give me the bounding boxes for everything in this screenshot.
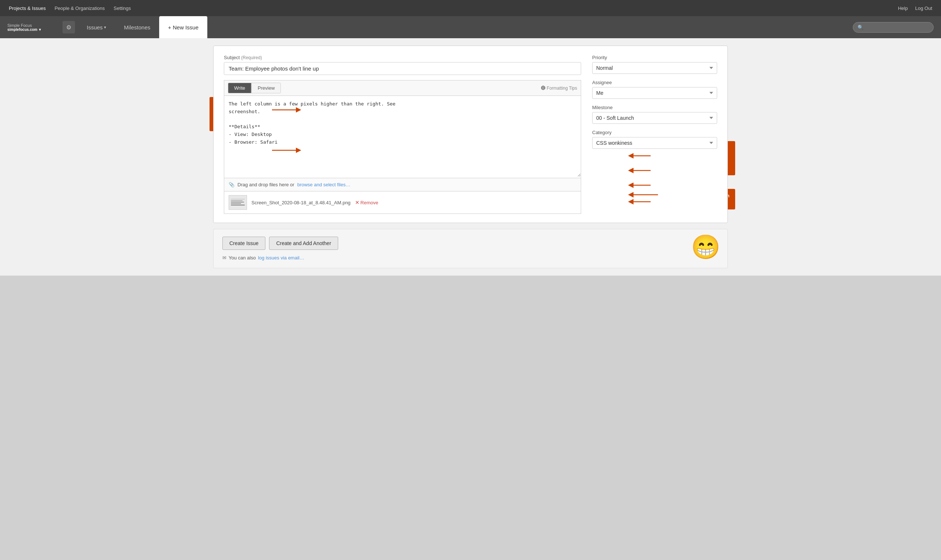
tab-new-issue[interactable]: + New Issue — [159, 16, 207, 38]
milestone-field: Milestone 00 - Soft Launch 01 - Beta 02 … — [592, 105, 717, 124]
brand-area: Simple Focus simplefocus.com ▾ — [7, 23, 55, 32]
assignee-select[interactable]: Me Unassigned — [592, 87, 717, 99]
log-via-email-link[interactable]: log issues via email… — [258, 255, 304, 260]
smiley-emoji: 😁 — [691, 233, 721, 261]
editor-tabs: Write Preview ⓿ Formatting Tips — [224, 80, 581, 96]
tab-milestones-label: Milestones — [124, 24, 150, 31]
domain-name[interactable]: simplefocus.com ▾ — [7, 28, 55, 32]
search-area — [853, 22, 934, 33]
milestone-select[interactable]: 00 - Soft Launch 01 - Beta 02 - Launch — [592, 112, 717, 124]
editor-section: Write Preview ⓿ Formatting Tips The left… — [224, 80, 581, 214]
write-tab-button[interactable]: Write — [228, 83, 251, 93]
chevron-down-icon: ▾ — [104, 25, 106, 30]
tab-issues-label: Issues — [87, 24, 103, 31]
mail-icon: ✉ — [222, 255, 226, 260]
page-wrap: Detailed subject and description, using … — [0, 38, 941, 275]
tab-issues[interactable]: Issues ▾ — [78, 16, 115, 38]
create-and-add-button[interactable]: Create and Add Another — [269, 237, 338, 250]
email-pre-text: You can also — [229, 255, 256, 260]
nav-people-orgs[interactable]: People & Organizations — [54, 6, 105, 11]
email-note: ✉ You can also log issues via email… — [222, 255, 719, 260]
company-name: Simple Focus — [7, 23, 55, 28]
file-name: Screen_Shot_2020-08-18_at_8.48.41_AM.png — [251, 200, 351, 205]
dropdown-arrow-icon: ▾ — [39, 28, 41, 32]
preview-tab-button[interactable]: Preview — [251, 83, 281, 93]
formatting-tips-link[interactable]: ⓿ Formatting Tips — [541, 86, 577, 91]
sub-nav: Simple Focus simplefocus.com ▾ ⚙ Issues … — [0, 16, 941, 38]
assignee-field: Assignee Me Unassigned — [592, 80, 717, 99]
priority-select[interactable]: Normal Low High Urgent — [592, 62, 717, 74]
search-input[interactable] — [853, 22, 934, 33]
subject-row: Subject (Required) — [224, 55, 581, 75]
nav-help[interactable]: Help — [898, 6, 908, 11]
subject-label: Subject (Required) — [224, 55, 581, 60]
nav-projects-issues[interactable]: Projects & Issues — [9, 6, 46, 11]
file-upload-text: Drag and drop files here or — [237, 182, 294, 188]
required-marker: (Required) — [241, 55, 262, 60]
category-label: Category — [592, 130, 717, 135]
priority-label: Priority — [592, 55, 717, 60]
form-left: Subject (Required) Write Preview ⓿ Forma… — [224, 55, 581, 214]
remove-file-button[interactable]: ✕ Remove — [355, 200, 378, 205]
subject-input[interactable] — [224, 62, 581, 75]
form-right: Priority Normal Low High Urgent Assignee… — [592, 55, 717, 214]
nav-settings[interactable]: Settings — [114, 6, 131, 11]
browse-files-link[interactable]: browse and select files… — [297, 182, 351, 188]
settings-gear-button[interactable]: ⚙ — [63, 21, 75, 34]
form-layout: Subject (Required) Write Preview ⓿ Forma… — [224, 55, 717, 214]
outer-wrap: Detailed subject and description, using … — [213, 46, 728, 268]
file-upload-area: 📎 Drag and drop files here or browse and… — [224, 178, 581, 191]
action-buttons: Create Issue Create and Add Another — [222, 237, 719, 250]
editor-wrapper: Write Preview ⓿ Formatting Tips The left… — [224, 80, 581, 178]
tab-milestones[interactable]: Milestones — [115, 16, 159, 38]
thumb-lines — [230, 197, 246, 208]
body-textarea[interactable]: The left column is a few pixels higher t… — [224, 96, 581, 177]
file-thumbnail — [229, 195, 247, 210]
remove-x-icon: ✕ — [355, 200, 359, 205]
paperclip-icon: 📎 — [229, 182, 234, 188]
milestone-label: Milestone — [592, 105, 717, 110]
tab-new-issue-label: + New Issue — [168, 24, 199, 31]
sub-nav-tabs: Issues ▾ Milestones + New Issue — [78, 16, 853, 38]
attached-files: Screen_Shot_2020-08-18_at_8.48.41_AM.png… — [224, 191, 581, 214]
priority-field: Priority Normal Low High Urgent — [592, 55, 717, 74]
category-field: Category CSS wonkiness Bug Feature — [592, 130, 717, 149]
nav-logout[interactable]: Log Out — [915, 6, 932, 11]
category-select[interactable]: CSS wonkiness Bug Feature — [592, 137, 717, 149]
top-nav: Projects & Issues People & Organizations… — [0, 0, 941, 16]
remove-label: Remove — [360, 200, 378, 205]
create-issue-button[interactable]: Create Issue — [222, 237, 265, 250]
form-actions: Create Issue Create and Add Another ✉ Yo… — [213, 229, 728, 268]
form-card: Subject (Required) Write Preview ⓿ Forma… — [213, 46, 728, 223]
assignee-label: Assignee — [592, 80, 717, 85]
